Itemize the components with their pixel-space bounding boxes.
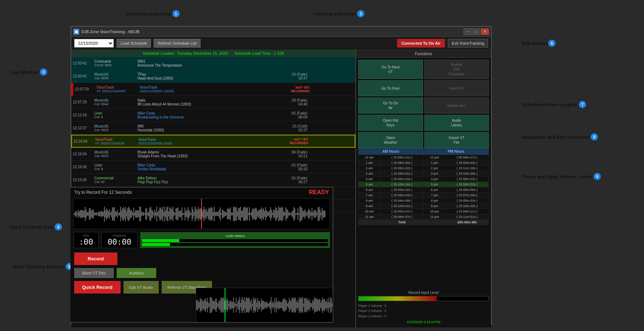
table-row[interactable]: 12:12:27 Music(A) Cut: 9023 999 Homicide… xyxy=(71,122,355,135)
svg-rect-274 xyxy=(216,298,217,312)
table-row[interactable]: 12:16:04 Music(A) Cut: 9015 Bryan Adams … xyxy=(71,148,355,161)
insert-vt-button[interactable]: Insert VT xyxy=(424,80,489,96)
table-row[interactable]: 12:12:18 Liner Cut: 9 Mike Carta Broadca… xyxy=(71,109,355,122)
svg-rect-23 xyxy=(97,213,98,215)
svg-rect-57 xyxy=(131,210,132,218)
svg-rect-33 xyxy=(107,209,108,218)
svg-rect-40 xyxy=(114,207,115,221)
svg-rect-334 xyxy=(270,301,271,309)
svg-rect-80 xyxy=(154,209,155,218)
svg-rect-99 xyxy=(174,211,174,216)
svg-rect-193 xyxy=(268,212,269,215)
record-button[interactable]: Record xyxy=(74,252,117,265)
svg-rect-262 xyxy=(205,298,206,312)
svg-rect-211 xyxy=(287,209,287,219)
svg-rect-49 xyxy=(123,207,124,221)
table-row[interactable]: 12:03:42 Music(A) Cut: 9039 TPau Heart A… xyxy=(71,70,355,83)
svg-rect-384 xyxy=(315,299,316,311)
svg-rect-53 xyxy=(127,208,128,219)
total-value: 26h:43m:38s xyxy=(445,220,488,225)
pm-hour-label: 6 pm xyxy=(423,187,445,193)
svg-rect-252 xyxy=(196,300,197,310)
svg-rect-356 xyxy=(290,300,291,310)
table-row[interactable]: 12:03:42 Command Cmnd: 9991 9991 Announc… xyxy=(71,57,355,70)
svg-rect-321 xyxy=(258,301,259,309)
enable-edit-functions-button[interactable]: EnableEditFunctions xyxy=(424,60,489,79)
import-vt-file-button[interactable]: Import VTFile xyxy=(424,132,489,148)
svg-rect-106 xyxy=(181,211,181,217)
refresh-schedule-button[interactable]: Refresh Schedule List xyxy=(154,39,201,48)
svg-rect-37 xyxy=(111,211,112,217)
bottom-waveform xyxy=(196,288,333,322)
go-to-on-air-button[interactable]: Go To OnAir xyxy=(358,98,423,113)
pm-hour-value: ( 1h:11m:51s ) xyxy=(445,214,488,220)
am-hour-label: 4 am xyxy=(359,176,380,182)
svg-rect-395 xyxy=(325,301,326,309)
svg-rect-81 xyxy=(156,212,156,216)
quick-record-button[interactable]: Quick Record xyxy=(74,281,121,294)
svg-rect-344 xyxy=(279,301,280,309)
svg-rect-4 xyxy=(78,210,78,218)
svg-rect-275 xyxy=(217,302,218,308)
svg-rect-132 xyxy=(207,212,208,216)
go-to-next-vt-button[interactable]: Go To NextVT xyxy=(358,60,423,79)
svg-rect-176 xyxy=(251,211,252,216)
svg-rect-59 xyxy=(133,208,134,220)
load-schedule-button[interactable]: Load Schedule xyxy=(117,39,151,48)
vt-buttons-row1: Record xyxy=(71,250,333,267)
open-weather-button[interactable]: OpenWeather xyxy=(358,132,423,148)
maximize-button[interactable]: □ xyxy=(472,28,480,35)
svg-rect-207 xyxy=(283,208,283,220)
vt-buttons-row2: Abort VT Rec Audition xyxy=(71,267,333,279)
svg-rect-254 xyxy=(198,301,199,309)
exit-voicetracking-button[interactable]: Exit VoiceTracking xyxy=(448,39,488,48)
minimize-button[interactable]: ─ xyxy=(464,28,472,35)
table-row[interactable]: 12:07:29 Music(A) Cut: 9044 Nails 88 Lin… xyxy=(71,96,355,109)
date-selector[interactable]: 12/15/2020 xyxy=(74,39,114,48)
svg-rect-76 xyxy=(150,207,151,221)
table-row[interactable]: 12:19:26 Liner Cut: 8 Mike Carta Smiles … xyxy=(71,161,355,174)
pm-hours-header: PM Hours xyxy=(423,148,488,155)
am-hour-value: ( 1h:09m:11s ) xyxy=(380,155,423,160)
audition-button[interactable]: Audition xyxy=(117,268,156,278)
delete-item-button[interactable]: Delete Item xyxy=(424,98,489,113)
svg-rect-308 xyxy=(247,298,247,312)
open-hot-keys-button[interactable]: Open HotKeys xyxy=(358,115,423,131)
am-hour-value: ( 1h:09m:43s ) xyxy=(380,193,423,198)
am-hour-label: 3 am xyxy=(359,171,380,176)
edit-vt-audio-button[interactable]: Edit VT Audio xyxy=(123,281,159,294)
svg-rect-165 xyxy=(240,207,241,222)
am-hour-value: ( 1h:06m:37s ) xyxy=(380,214,423,220)
svg-rect-189 xyxy=(264,211,265,217)
svg-rect-278 xyxy=(220,301,220,309)
svg-rect-109 xyxy=(184,213,184,215)
svg-rect-238 xyxy=(314,210,314,218)
svg-rect-18 xyxy=(92,210,93,218)
svg-rect-89 xyxy=(163,212,164,216)
svg-rect-201 xyxy=(276,208,277,220)
title-bar: ▦ DJB Zone VoiceTracking - WDJB ─ □ ✕ xyxy=(71,27,491,37)
am-hour-value: ( 1h:03m:32s ) xyxy=(380,187,423,193)
svg-rect-348 xyxy=(283,299,283,311)
connected-to-on-air-button[interactable]: Connected To On Air xyxy=(397,39,445,48)
svg-rect-114 xyxy=(189,210,189,218)
close-button[interactable]: ✕ xyxy=(481,28,489,35)
pm-hour-label: 12 pm xyxy=(423,155,445,160)
table-row[interactable]: 12:07:29 VoiceTrack VT: 20201215S0037 Vo… xyxy=(71,83,355,96)
svg-rect-266 xyxy=(209,304,210,307)
svg-rect-92 xyxy=(167,207,167,220)
table-row[interactable]: 12:19:36 Commercial Cut: 82 Alka Seltzer… xyxy=(71,174,355,187)
svg-rect-113 xyxy=(188,207,188,221)
svg-rect-187 xyxy=(262,210,263,219)
audio-library-button[interactable]: AudioLibrary xyxy=(424,115,489,131)
svg-rect-129 xyxy=(204,207,204,221)
svg-rect-364 xyxy=(297,300,298,310)
svg-rect-401 xyxy=(330,297,331,313)
pm-hour-value: ( 1h:04m:11s ) xyxy=(445,209,488,214)
svg-rect-55 xyxy=(129,208,130,220)
abort-vt-rec-button[interactable]: Abort VT Rec xyxy=(74,268,114,278)
svg-rect-157 xyxy=(232,213,233,215)
svg-rect-326 xyxy=(263,301,264,309)
table-row[interactable]: 12:16:04 VoiceTrack VT: 20201215S0038 Vo… xyxy=(71,135,355,148)
go-to-hour-button[interactable]: Go To Hour xyxy=(358,80,423,96)
